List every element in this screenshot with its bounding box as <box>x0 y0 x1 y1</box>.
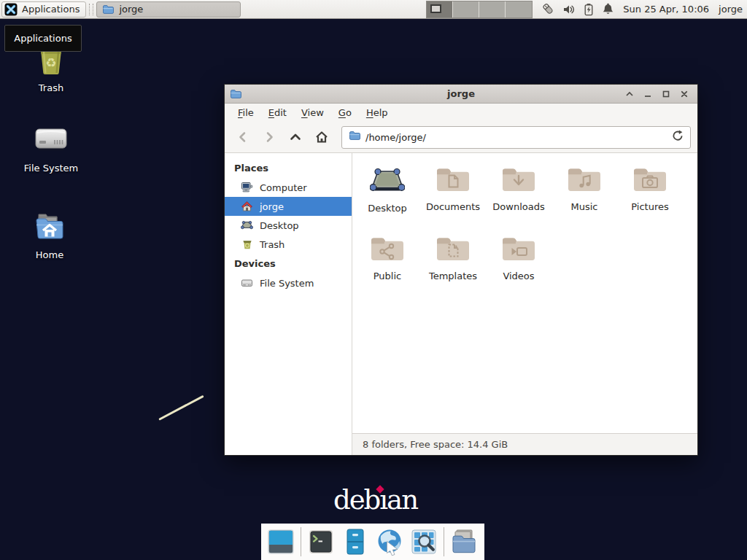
drive-icon <box>34 125 69 158</box>
shade-button[interactable] <box>622 87 638 101</box>
file-item-desktop[interactable]: Desktop <box>355 163 420 232</box>
close-button[interactable] <box>676 87 692 101</box>
desktop-icon-file-system[interactable]: File System <box>15 125 88 174</box>
user-home-icon <box>241 201 253 212</box>
sidebar-item-file-system[interactable]: File System <box>225 273 352 292</box>
sidebar-item-trash[interactable]: Trash <box>225 235 352 254</box>
file-item-label: Documents <box>426 201 480 212</box>
debian-logo: debıan <box>333 484 417 516</box>
file-manager-icon[interactable] <box>449 527 479 556</box>
statusbar: 8 folders, Free space: 14.4 GiB <box>352 433 697 455</box>
menu-edit[interactable]: Edit <box>261 105 294 120</box>
show-desktop-icon[interactable] <box>266 527 295 556</box>
workspace-4[interactable] <box>506 1 532 18</box>
desktop-item-icon <box>370 166 405 198</box>
panel-grip[interactable] <box>89 4 93 15</box>
sidebar-item-label: Trash <box>260 239 285 250</box>
taskbar-button-jorge[interactable]: jorge <box>96 1 241 18</box>
cursor-artifact <box>158 395 204 421</box>
clock[interactable]: Sun 25 Apr, 10:06 <box>623 4 709 15</box>
debian-logo-diamond <box>376 485 384 493</box>
web-browser-icon[interactable] <box>375 527 404 556</box>
folder-videos-icon <box>501 236 536 266</box>
file-item-downloads[interactable]: Downloads <box>486 163 551 232</box>
file-item-pictures[interactable]: Pictures <box>617 163 683 232</box>
location-bar[interactable]: /home/jorge/ <box>341 126 691 149</box>
file-item-public[interactable]: Public <box>355 232 420 301</box>
folder-pictures-icon <box>632 166 667 197</box>
file-cabinet-icon[interactable] <box>341 527 370 556</box>
file-item-music[interactable]: Music <box>551 163 617 232</box>
system-tray <box>541 2 614 16</box>
tooltip: Applications <box>4 25 82 52</box>
dock-separator <box>301 527 301 556</box>
sidebar-item-computer[interactable]: Computer <box>225 178 352 197</box>
file-item-videos[interactable]: Videos <box>486 232 551 301</box>
desktop-icon-label: File System <box>24 163 78 174</box>
file-manager-window: jorge FileEditViewGoHelp /home/jorge/ Pl… <box>224 84 698 456</box>
menu-file[interactable]: File <box>231 105 261 120</box>
svg-text:♻: ♻ <box>45 55 56 70</box>
workspace-3[interactable] <box>479 1 506 18</box>
sidebar-item-desktop[interactable]: Desktop <box>225 216 352 235</box>
up-button[interactable] <box>284 126 306 148</box>
status-text: 8 folders, Free space: 14.4 GiB <box>363 439 508 450</box>
file-item-label: Music <box>571 201 598 212</box>
titlebar[interactable]: jorge <box>225 85 697 104</box>
sidebar-item-jorge[interactable]: jorge <box>225 197 352 216</box>
window-folder-icon <box>230 88 241 100</box>
folder-templates-icon <box>436 236 471 266</box>
home-button[interactable] <box>310 126 333 148</box>
file-item-label: Desktop <box>368 203 407 214</box>
xfce-logo-icon <box>4 3 18 16</box>
dock <box>261 524 484 560</box>
folder-public-icon <box>370 236 405 266</box>
computer-icon <box>241 182 253 193</box>
file-item-label: Videos <box>503 271 534 281</box>
app-finder-icon[interactable] <box>409 527 438 556</box>
top-panel: Applications jorge Sun 25 Apr, 10:06 jor… <box>0 0 747 19</box>
maximize-button[interactable] <box>658 87 674 101</box>
notifications-bell-icon[interactable] <box>602 3 614 16</box>
dock-separator <box>444 527 444 556</box>
trash-icon <box>241 238 253 250</box>
folder-icon <box>102 4 114 15</box>
desktop-icon-home[interactable]: Home <box>13 210 86 260</box>
file-item-label: Templates <box>429 271 477 281</box>
battery-icon[interactable] <box>583 3 595 16</box>
file-item-templates[interactable]: Templates <box>420 232 486 301</box>
file-item-label: Public <box>374 271 401 281</box>
terminal-icon[interactable] <box>306 527 336 556</box>
workspace-2[interactable] <box>453 1 479 18</box>
menu-go[interactable]: Go <box>331 105 359 120</box>
workspace-switcher <box>426 1 533 18</box>
applications-label: Applications <box>22 4 80 15</box>
toolbar: /home/jorge/ <box>225 122 697 153</box>
volume-icon[interactable] <box>562 3 576 16</box>
sidebar-item-label: Desktop <box>260 220 299 231</box>
sidebar-item-label: File System <box>260 278 314 289</box>
menu-view[interactable]: View <box>294 105 331 120</box>
minimize-button[interactable] <box>640 87 656 101</box>
desktop-icon-label: Trash <box>39 82 63 93</box>
workspace-1[interactable] <box>427 1 453 18</box>
tooltip-text: Applications <box>14 33 71 44</box>
file-item-label: Pictures <box>631 201 668 212</box>
desktop-icon-label: Home <box>36 249 63 260</box>
file-item-documents[interactable]: Documents <box>420 163 486 232</box>
mouse-icon[interactable] <box>541 2 555 16</box>
reload-icon[interactable] <box>672 130 684 144</box>
folder-documents-icon <box>436 166 471 197</box>
sidebar-item-label: jorge <box>260 201 284 212</box>
places-sidebar: Places ComputerjorgeDesktopTrash Devices… <box>225 153 352 455</box>
forward-button[interactable] <box>258 126 280 148</box>
location-text: /home/jorge/ <box>365 132 667 143</box>
file-grid: DesktopDocumentsDownloadsMusicPicturesPu… <box>352 153 697 433</box>
back-button[interactable] <box>231 126 254 148</box>
home-folder-icon <box>32 210 67 245</box>
menu-help[interactable]: Help <box>359 105 395 120</box>
drive-small-icon <box>241 277 253 289</box>
applications-button[interactable]: Applications <box>1 1 86 18</box>
menubar: FileEditViewGoHelp <box>225 104 697 122</box>
user-menu[interactable]: jorge <box>719 4 743 15</box>
